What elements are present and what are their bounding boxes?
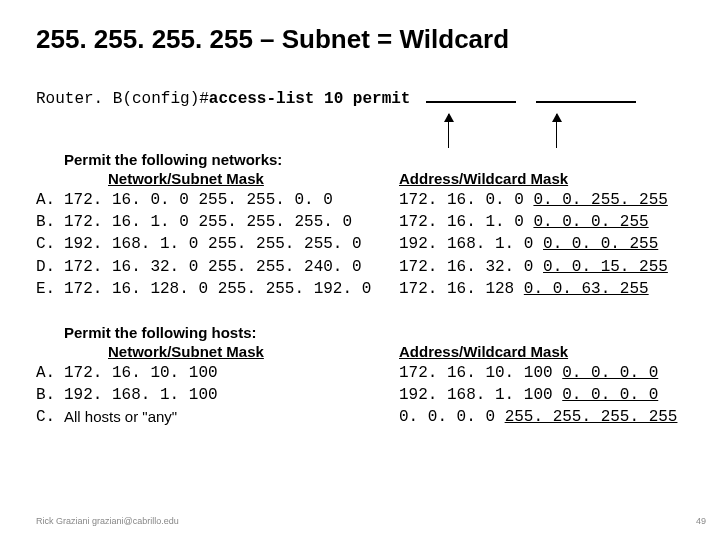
spacer	[36, 150, 64, 189]
network-row: 172. 16. 32. 0 255. 255. 240. 0	[64, 256, 399, 278]
wildcard-row: 172. 16. 0. 0 0. 0. 255. 255	[399, 189, 684, 211]
wildcard-mask: 0. 0. 0. 0	[562, 386, 658, 404]
hosts-header: Permit the following hosts: Network/Subn…	[64, 323, 399, 362]
address-part: 192. 168. 1. 100	[399, 386, 562, 404]
wildcard-mask: 0. 0. 0. 255	[543, 235, 658, 253]
wildcard-header: Address/Wildcard Mask	[399, 150, 684, 189]
arrow-container	[36, 114, 684, 148]
arrow-icon	[556, 114, 557, 148]
wildcard-header-text: Address/Wildcard Mask	[399, 343, 568, 360]
address-part: 172. 16. 10. 100	[399, 364, 562, 382]
network-subnet-col: Permit the following networks: Network/S…	[64, 150, 399, 301]
letters-col: A.B.C.D.E.	[36, 150, 64, 301]
row-letter: B.	[36, 384, 64, 406]
address-wildcard-col: Address/Wildcard Mask 172. 16. 0. 0 0. 0…	[399, 150, 684, 301]
command-prefix: Router. B(config)#	[36, 90, 209, 108]
footer-credit: Rick Graziani graziani@cabrillo.edu	[36, 516, 179, 526]
address-part: 172. 16. 1. 0	[399, 213, 533, 231]
hosts-header-title: Permit the following hosts:	[64, 324, 257, 341]
address-part: 172. 16. 0. 0	[399, 191, 533, 209]
page-number: 49	[696, 516, 706, 526]
wildcard-row: 192. 168. 1. 100 0. 0. 0. 0	[399, 384, 684, 406]
wildcard-mask: 0. 0. 0. 0	[562, 364, 658, 382]
row-letter: A.	[36, 362, 64, 384]
host-row: All hosts or "any"	[64, 406, 399, 427]
wildcard-mask: 0. 0. 15. 255	[543, 258, 668, 276]
wildcard-row: 172. 16. 32. 0 0. 0. 15. 255	[399, 256, 684, 278]
row-letter: D.	[36, 256, 64, 278]
row-letter: E.	[36, 278, 64, 300]
networks-header-sub: Network/Subnet Mask	[108, 169, 399, 189]
address-wildcard-col: Address/Wildcard Mask 172. 16. 10. 100 0…	[399, 323, 684, 429]
hosts-header-sub: Network/Subnet Mask	[108, 342, 399, 362]
network-row: 172. 16. 128. 0 255. 255. 192. 0	[64, 278, 399, 300]
network-row: 172. 16. 0. 0 255. 255. 0. 0	[64, 189, 399, 211]
network-row: 172. 16. 1. 0 255. 255. 255. 0	[64, 211, 399, 233]
hosts-block: A.B.C. Permit the following hosts: Netwo…	[36, 323, 684, 429]
address-part: 172. 16. 128	[399, 280, 524, 298]
network-row: 192. 168. 1. 0 255. 255. 255. 0	[64, 233, 399, 255]
address-part: 172. 16. 32. 0	[399, 258, 543, 276]
network-subnet-col: Permit the following hosts: Network/Subn…	[64, 323, 399, 429]
wildcard-mask: 0. 0. 63. 255	[524, 280, 649, 298]
command-line: Router. B(config)#access-list 10 permit	[36, 83, 684, 108]
wildcard-row: 172. 16. 1. 0 0. 0. 0. 255	[399, 211, 684, 233]
networks-header: Permit the following networks: Network/S…	[64, 150, 399, 189]
wildcard-mask: 0. 0. 255. 255	[533, 191, 667, 209]
wildcard-row: 192. 168. 1. 0 0. 0. 0. 255	[399, 233, 684, 255]
wildcard-row: 172. 16. 10. 100 0. 0. 0. 0	[399, 362, 684, 384]
wildcard-row: 172. 16. 128 0. 0. 63. 255	[399, 278, 684, 300]
networks-block: A.B.C.D.E. Permit the following networks…	[36, 150, 684, 301]
slide: 255. 255. 255. 255 – Subnet = Wildcard R…	[0, 0, 720, 540]
address-part: 192. 168. 1. 0	[399, 235, 543, 253]
host-row: 192. 168. 1. 100	[64, 384, 399, 406]
arrow-icon	[448, 114, 449, 148]
spacer	[36, 323, 64, 362]
address-part: 0. 0. 0. 0	[399, 408, 505, 426]
letters-col: A.B.C.	[36, 323, 64, 429]
networks-header-title: Permit the following networks:	[64, 151, 282, 168]
host-row: 172. 16. 10. 100	[64, 362, 399, 384]
row-letter: C.	[36, 406, 64, 428]
row-letter: A.	[36, 189, 64, 211]
wildcard-row: 0. 0. 0. 0 255. 255. 255. 255	[399, 406, 684, 428]
wildcard-header-text: Address/Wildcard Mask	[399, 170, 568, 187]
command-bold: access-list 10 permit	[209, 90, 411, 108]
row-letter: C.	[36, 233, 64, 255]
wildcard-header: Address/Wildcard Mask	[399, 323, 684, 362]
row-letter: B.	[36, 211, 64, 233]
wildcard-mask: 255. 255. 255. 255	[505, 408, 678, 426]
wildcard-mask: 0. 0. 0. 255	[533, 213, 648, 231]
page-title: 255. 255. 255. 255 – Subnet = Wildcard	[36, 24, 684, 55]
blank-wildcard	[536, 83, 636, 103]
blank-address	[426, 83, 516, 103]
